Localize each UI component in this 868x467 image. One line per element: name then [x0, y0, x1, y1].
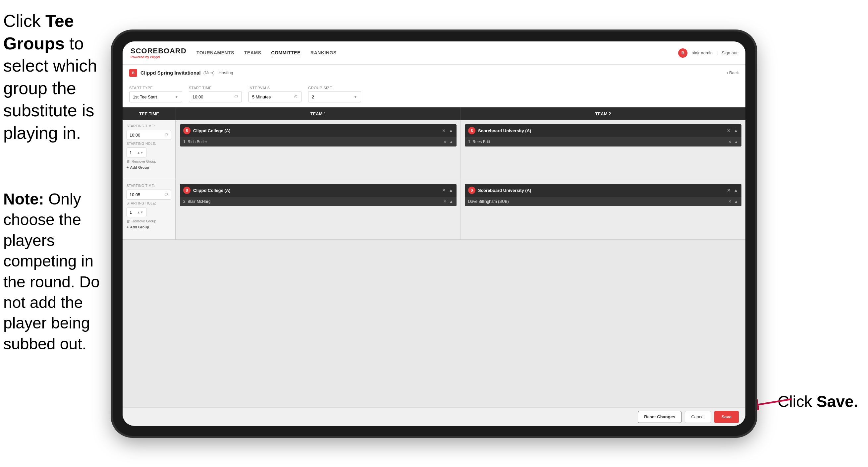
tablet-screen: SCOREBOARD Powered by clippd TOURNAMENTS…	[123, 41, 745, 426]
team-icon-1-2: S	[468, 127, 475, 134]
tablet-frame: SCOREBOARD Powered by clippd TOURNAMENTS…	[113, 31, 755, 436]
player-row-1-1-1: 1. Rich Butler ✕ ▲	[180, 137, 457, 146]
player-expand-2-1-1[interactable]: ▲	[449, 199, 453, 204]
starting-time-label-2: STARTING TIME:	[127, 184, 171, 187]
cancel-button[interactable]: Cancel	[685, 411, 711, 423]
start-time-field: Start Time 10:00 ⏱	[189, 86, 242, 103]
nav-user: B blair admin | Sign out	[678, 49, 738, 58]
team-card-1-1: B Clippd College (A) ✕ ▲ 1. Rich Butler	[180, 124, 457, 146]
player-name-1-2-1: 1. Rees Britt	[468, 140, 728, 144]
start-time-label: Start Time	[189, 86, 242, 90]
table-header: Tee Time Team 1 Team 2	[123, 107, 745, 120]
team-expand-1-1[interactable]: ▲	[448, 128, 453, 133]
player-name-1-1-1: 1. Rich Butler	[183, 140, 443, 144]
navbar: SCOREBOARD Powered by clippd TOURNAMENTS…	[123, 41, 745, 65]
player-row-2-2-1: Dave Billingham (SUB) ✕ ▲	[465, 197, 741, 206]
nav-username: blair admin	[691, 50, 713, 55]
player-close-2-1-1[interactable]: ✕	[443, 199, 446, 204]
nav-rankings[interactable]: RANKINGS	[310, 49, 337, 57]
team-card-2-1: B Clippd College (A) ✕ ▲ 2. Blair McHarg	[180, 184, 457, 206]
team-close-1-1[interactable]: ✕	[442, 128, 446, 133]
remove-group-btn-1[interactable]: 🗑Remove Group	[127, 159, 171, 164]
team-cell-1-1: B Clippd College (A) ✕ ▲ 1. Rich Butler	[176, 120, 461, 180]
start-time-input[interactable]: 10:00 ⏱	[189, 91, 242, 103]
player-controls-2-2-1: ✕ ▲	[728, 199, 738, 204]
team-card-header-2-1: B Clippd College (A) ✕ ▲	[180, 184, 457, 197]
team-card-1-2: S Scoreboard University (A) ✕ ▲ 1. Rees …	[465, 124, 741, 146]
team-close-2-2[interactable]: ✕	[727, 187, 731, 193]
nav-committee[interactable]: COMMITTEE	[271, 49, 301, 57]
reset-changes-button[interactable]: Reset Changes	[638, 411, 681, 423]
tee-row-1: STARTING TIME: 10:00 ⏱ STARTING HOLE: 1 …	[123, 120, 745, 180]
intervals-label: Intervals	[248, 86, 302, 90]
group-size-input[interactable]: 2 ▼	[308, 91, 361, 103]
team-controls-1-1: ✕ ▲	[442, 128, 453, 133]
starting-hole-label-2: STARTING HOLE:	[127, 202, 171, 205]
team-name-1-1: Clippd College (A)	[193, 128, 439, 133]
player-row-2-1-1: 2. Blair McHarg ✕ ▲	[180, 197, 457, 206]
nav-teams[interactable]: TEAMS	[244, 49, 261, 57]
player-close-1-2-1[interactable]: ✕	[728, 140, 732, 144]
save-button[interactable]: Save	[714, 411, 739, 423]
team-cell-2-1: B Clippd College (A) ✕ ▲ 2. Blair McHarg	[176, 180, 461, 239]
team-expand-2-2[interactable]: ▲	[734, 187, 738, 193]
click-save-text: Click Save.	[778, 392, 858, 411]
content-area: Start Type 1st Tee Start ▼ Start Time 10…	[123, 81, 745, 426]
starting-hole-input-2[interactable]: 1 ▲▼	[127, 207, 147, 217]
logo-area: SCOREBOARD Powered by clippd	[130, 47, 187, 59]
team-controls-2-2: ✕ ▲	[727, 187, 738, 193]
team-card-header-1-2: S Scoreboard University (A) ✕ ▲	[465, 124, 741, 137]
tee-left-2: STARTING TIME: 10:05 ⏱ STARTING HOLE: 1 …	[123, 180, 176, 239]
team-name-2-2: Scoreboard University (A)	[478, 188, 724, 193]
breadcrumb-bar: B Clippd Spring Invitational (Men) Hosti…	[123, 65, 745, 81]
breadcrumb-subtitle: (Men)	[204, 70, 215, 75]
add-group-btn-1[interactable]: +Add Group	[127, 166, 171, 169]
player-expand-1-1-1[interactable]: ▲	[449, 140, 453, 144]
group-size-label: Group Size	[308, 86, 361, 90]
breadcrumb-title: Clippd Spring Invitational	[141, 70, 201, 76]
starting-hole-input-1[interactable]: 1 ▲▼	[127, 147, 147, 157]
team-expand-2-1[interactable]: ▲	[448, 187, 453, 193]
breadcrumb-hosting: Hosting	[219, 70, 233, 75]
player-row-1-2-1: 1. Rees Britt ✕ ▲	[465, 137, 741, 146]
player-name-2-1-1: 2. Blair McHarg	[183, 199, 443, 204]
team-icon-2-2: S	[468, 186, 475, 194]
player-expand-1-2-1[interactable]: ▲	[734, 140, 738, 144]
player-close-2-2-1[interactable]: ✕	[728, 199, 732, 204]
add-group-btn-2[interactable]: +Add Group	[127, 225, 171, 229]
nav-avatar: B	[678, 49, 687, 58]
th-tee-time: Tee Time	[123, 107, 176, 120]
instruction-text: Click Tee Groups to select which group t…	[3, 10, 109, 145]
start-type-input[interactable]: 1st Tee Start ▼	[129, 91, 182, 103]
team-card-header-1-1: B Clippd College (A) ✕ ▲	[180, 124, 457, 137]
team-close-2-1[interactable]: ✕	[442, 187, 446, 193]
footer-bar: Reset Changes Cancel Save	[123, 407, 745, 426]
player-expand-2-2-1[interactable]: ▲	[734, 199, 738, 204]
team-card-2-2: S Scoreboard University (A) ✕ ▲ Dave Bil…	[465, 184, 741, 206]
back-button[interactable]: ‹ Back	[726, 70, 739, 75]
team-name-1-2: Scoreboard University (A)	[478, 128, 724, 133]
intervals-field: Intervals 5 Minutes ⏱	[248, 86, 302, 103]
team-expand-1-2[interactable]: ▲	[734, 128, 738, 133]
breadcrumb-icon: B	[129, 69, 137, 77]
team-controls-1-2: ✕ ▲	[727, 128, 738, 133]
nav-links: TOURNAMENTS TEAMS COMMITTEE RANKINGS	[196, 49, 678, 57]
remove-group-btn-2[interactable]: 🗑Remove Group	[127, 219, 171, 223]
logo-powered: Powered by clippd	[130, 55, 187, 59]
tee-teams-1: B Clippd College (A) ✕ ▲ 1. Rich Butler	[176, 120, 745, 180]
intervals-input[interactable]: 5 Minutes ⏱	[248, 91, 302, 103]
team-cell-2-2: S Scoreboard University (A) ✕ ▲ Dave Bil…	[461, 180, 745, 239]
player-close-1-1-1[interactable]: ✕	[443, 140, 446, 144]
save-bold: Save.	[817, 393, 858, 410]
team-icon-2-1: B	[183, 186, 190, 194]
th-team1: Team 1	[176, 107, 461, 120]
team-controls-2-1: ✕ ▲	[442, 187, 453, 193]
settings-row: Start Type 1st Tee Start ▼ Start Time 10…	[123, 81, 745, 107]
start-type-label: Start Type	[129, 86, 182, 90]
rows-container: STARTING TIME: 10:00 ⏱ STARTING HOLE: 1 …	[123, 120, 745, 407]
team-close-1-2[interactable]: ✕	[727, 128, 731, 133]
nav-tournaments[interactable]: TOURNAMENTS	[196, 49, 234, 57]
tee-time-input-2[interactable]: 10:05 ⏱	[127, 189, 171, 200]
tee-time-input-1[interactable]: 10:00 ⏱	[127, 130, 171, 140]
sign-out-link[interactable]: Sign out	[721, 50, 738, 55]
